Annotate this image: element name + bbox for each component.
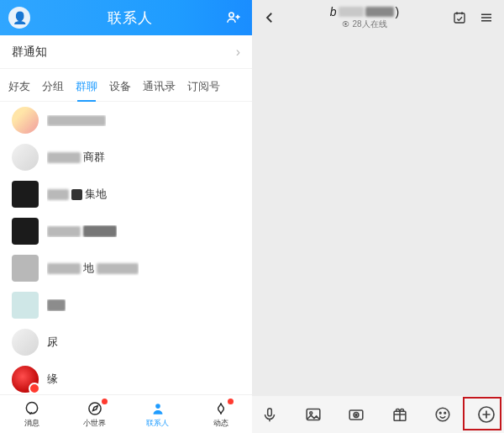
chat-body[interactable]	[252, 35, 504, 396]
svg-point-7	[309, 412, 312, 415]
chat-title-box: b ) ⦿ 28人在线	[279, 5, 450, 30]
gift-icon[interactable]	[389, 404, 411, 425]
svg-point-14	[444, 412, 446, 414]
tab-group-chat[interactable]: 群聊	[76, 74, 97, 101]
group-avatar	[12, 218, 39, 245]
group-avatar	[12, 181, 39, 208]
group-name	[47, 225, 117, 237]
group-avatar	[12, 107, 39, 134]
contacts-header: 👤 联系人	[0, 0, 252, 35]
svg-point-10	[355, 414, 357, 415]
svg-point-2	[88, 402, 100, 414]
app-root: 👤 联系人 群通知 › 好友 分组 群聊 设备 通讯录 订阅号 商	[0, 0, 504, 433]
group-avatar	[12, 144, 39, 171]
my-avatar[interactable]: 👤	[8, 7, 30, 29]
image-icon[interactable]	[302, 404, 324, 425]
nav-activity[interactable]: 动态	[189, 395, 252, 433]
nav-miniworld[interactable]: 小世界	[63, 395, 126, 433]
calendar-check-icon[interactable]	[450, 8, 469, 27]
group-avatar	[12, 329, 39, 356]
group-avatar	[12, 292, 39, 319]
back-icon[interactable]	[260, 8, 279, 27]
list-item[interactable]	[0, 287, 252, 324]
emoji-icon[interactable]	[432, 404, 454, 425]
group-name: 地	[47, 261, 139, 276]
compass-icon	[87, 400, 103, 417]
voice-icon[interactable]	[259, 404, 281, 425]
tab-friends[interactable]: 好友	[8, 74, 30, 101]
contacts-title: 联系人	[37, 8, 223, 28]
group-notice-label: 群通知	[12, 45, 47, 60]
list-item[interactable]: 缘	[0, 361, 252, 394]
nav-contacts[interactable]: 联系人	[126, 395, 189, 433]
annotation-highlight	[463, 397, 501, 430]
clock-icon: ⦿	[342, 20, 349, 29]
list-item[interactable]: 集地	[0, 176, 252, 213]
svg-point-1	[26, 402, 37, 413]
badge-dot	[102, 399, 108, 404]
contacts-pane: 👤 联系人 群通知 › 好友 分组 群聊 设备 通讯录 订阅号 商	[0, 0, 252, 433]
chat-bubble-icon	[24, 400, 40, 417]
group-notice-row[interactable]: 群通知 ›	[0, 35, 252, 69]
tab-devices[interactable]: 设备	[109, 74, 131, 101]
svg-point-3	[155, 404, 160, 409]
category-tabs: 好友 分组 群聊 设备 通讯录 订阅号	[0, 69, 252, 102]
svg-rect-4	[454, 13, 465, 23]
group-name	[47, 299, 66, 311]
svg-point-12	[437, 408, 450, 421]
chat-pane: b ) ⦿ 28人在线	[252, 0, 504, 433]
camera-icon[interactable]	[345, 404, 367, 425]
svg-rect-5	[268, 409, 272, 416]
group-name: 缘	[47, 372, 58, 387]
person-icon	[150, 400, 166, 417]
group-avatar	[12, 366, 39, 393]
spark-icon	[213, 400, 229, 417]
add-friend-icon[interactable]	[223, 8, 244, 28]
list-item[interactable]: 商群	[0, 139, 252, 176]
chat-header-actions	[450, 8, 496, 27]
group-name: 尿	[47, 335, 58, 350]
tab-contacts-book[interactable]: 通讯录	[143, 74, 176, 101]
svg-point-0	[229, 13, 234, 17]
list-item[interactable]: 地	[0, 250, 252, 287]
group-list: 商群 集地 地 尿 缘	[0, 102, 252, 394]
svg-point-13	[440, 412, 442, 414]
bottom-nav: 消息 小世界 联系人 动态	[0, 394, 252, 433]
list-item[interactable]: 尿	[0, 324, 252, 361]
list-item[interactable]	[0, 213, 252, 250]
group-avatar	[12, 255, 39, 282]
group-name: 商群	[47, 150, 105, 165]
group-name	[47, 115, 106, 126]
list-item[interactable]	[0, 102, 252, 139]
group-name: 集地	[47, 187, 107, 202]
chevron-right-icon: ›	[236, 45, 240, 60]
tab-subscriptions[interactable]: 订阅号	[187, 74, 220, 101]
menu-icon[interactable]	[477, 8, 496, 27]
badge-dot	[228, 399, 234, 404]
tab-groups[interactable]: 分组	[42, 74, 64, 101]
nav-messages[interactable]: 消息	[0, 395, 63, 433]
chat-subtitle: ⦿ 28人在线	[342, 18, 386, 30]
chat-title: b )	[330, 5, 399, 18]
chat-header: b ) ⦿ 28人在线	[252, 0, 504, 35]
